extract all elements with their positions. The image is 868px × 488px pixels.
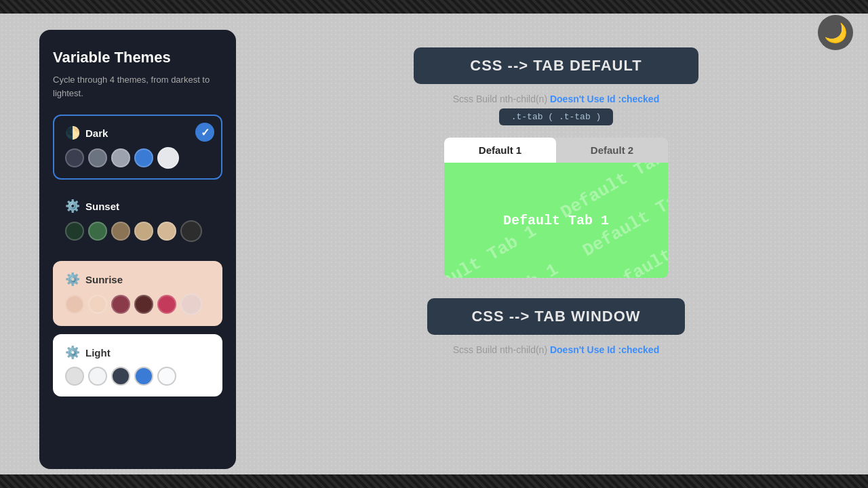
sunset-theme-name: Sunset: [85, 201, 119, 212]
swatch-4: [134, 367, 153, 386]
swatch-2: [88, 222, 107, 241]
sunset-theme-icon: ⚙️: [65, 199, 80, 214]
swatch-2: [88, 148, 107, 167]
swatch-4: [134, 295, 153, 314]
theme-card-sunrise[interactable]: ⚙️ Sunrise: [53, 261, 222, 326]
swatch-4: [134, 148, 153, 167]
section1-scss-note: Scss Build nth-child(n) Doesn't Use Id :…: [453, 94, 659, 104]
sunset-swatches: [65, 220, 210, 242]
selected-check: ✓: [195, 123, 214, 142]
swatch-3: [111, 295, 130, 314]
swatch-4: [134, 222, 153, 241]
swatch-6: [180, 293, 202, 315]
moon-button[interactable]: 🌙: [818, 15, 853, 50]
swatch-5: [157, 147, 179, 169]
swatch-1: [65, 148, 84, 167]
swatch-6: [180, 220, 202, 242]
theme-card-dark[interactable]: ✓ 🌓 Dark: [53, 115, 222, 180]
swatch-1: [65, 222, 84, 241]
section1-banner-title: CSS --> TAB DEFAULT: [470, 57, 642, 74]
swatch-1: [65, 367, 84, 386]
top-border: [0, 0, 868, 14]
dark-theme-icon: 🌓: [65, 125, 80, 140]
sunrise-theme-name: Sunrise: [85, 274, 123, 285]
tab-default-1[interactable]: Default 1: [444, 138, 556, 163]
swatch-2: [88, 367, 107, 386]
swatch-3: [111, 148, 130, 167]
section2-scss-note: Scss Build nth-child(n) Doesn't Use Id :…: [453, 344, 659, 355]
swatch-5: [157, 295, 176, 314]
section1-banner: CSS --> TAB DEFAULT: [414, 47, 698, 84]
tab-container: Default 1 Default 2 Default Tab 1 Defaul…: [444, 138, 668, 278]
panel-subtitle: Cycle through 4 themes, from darkest to …: [53, 73, 222, 100]
swatch-3: [111, 367, 130, 386]
section2-scss-label: Scss Build nth-child(n): [453, 344, 550, 355]
light-theme-name: Light: [85, 347, 111, 359]
panel-title: Variable Themes: [53, 49, 222, 66]
tab-content-area: Default Tab 1 Default Tab 1 Default Tab …: [444, 163, 668, 278]
swatch-3: [111, 222, 130, 241]
sunrise-swatches: [65, 293, 210, 315]
swatch-2: [88, 295, 107, 314]
selector-badge: .t-tab ( .t-tab ): [499, 108, 614, 125]
section2-banner: CSS --> TAB WINDOW: [427, 298, 685, 335]
tab-default-2[interactable]: Default 2: [556, 138, 668, 163]
bottom-border: [0, 474, 868, 488]
light-swatches: [65, 367, 210, 386]
moon-icon: 🌙: [824, 22, 848, 44]
section2: CSS --> TAB WINDOW Scss Build nth-child(…: [427, 298, 685, 359]
dark-swatches: [65, 147, 210, 169]
swatch-5: [157, 367, 176, 386]
theme-card-sunset[interactable]: ⚙️ Sunset: [53, 188, 222, 253]
scss-highlight: Doesn't Use Id :checked: [550, 94, 659, 104]
swatch-5: [157, 222, 176, 241]
tab-bar: Default 1 Default 2: [444, 138, 668, 163]
left-panel: Variable Themes Cycle through 4 themes, …: [39, 30, 236, 469]
scss-label: Scss Build nth-child(n): [453, 94, 550, 104]
sunrise-theme-icon: ⚙️: [65, 272, 80, 287]
light-theme-icon: ⚙️: [65, 345, 80, 360]
theme-card-light[interactable]: ⚙️ Light: [53, 334, 222, 396]
tab-content-text: Default Tab 1: [503, 213, 609, 228]
section2-scss-highlight: Doesn't Use Id :checked: [550, 344, 659, 355]
swatch-1: [65, 295, 84, 314]
main-content: CSS --> TAB DEFAULT Scss Build nth-child…: [258, 27, 854, 469]
section2-banner-title: CSS --> TAB WINDOW: [471, 308, 640, 325]
dark-theme-name: Dark: [85, 127, 108, 139]
